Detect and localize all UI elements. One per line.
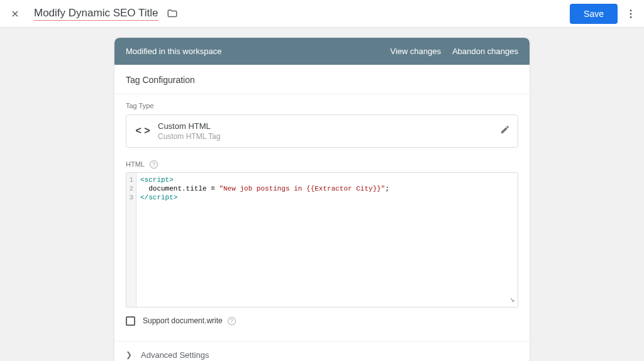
- tag-type-subtitle: Custom HTML Tag: [158, 132, 500, 141]
- svg-point-4: [630, 16, 632, 18]
- folder-icon[interactable]: [167, 8, 178, 19]
- abandon-changes-link[interactable]: Abandon changes: [452, 47, 518, 56]
- tag-type-label: Tag Type: [126, 102, 518, 109]
- svg-point-2: [630, 9, 632, 11]
- html-label: HTML: [126, 160, 145, 168]
- resize-handle-icon[interactable]: ↘: [510, 294, 515, 304]
- tag-type-selector[interactable]: < > Custom HTML Custom HTML Tag: [126, 114, 518, 148]
- support-docwrite-checkbox[interactable]: [126, 316, 135, 326]
- tag-type-name: Custom HTML: [158, 121, 500, 132]
- view-changes-link[interactable]: View changes: [390, 47, 441, 56]
- section-title: Tag Configuration: [114, 65, 530, 94]
- help-icon[interactable]: ?: [150, 160, 158, 169]
- advanced-settings-label: Advanced Settings: [141, 350, 209, 360]
- help-icon[interactable]: ?: [228, 317, 236, 325]
- edit-tag-type-button[interactable]: [500, 125, 510, 137]
- close-icon: [10, 9, 20, 19]
- close-button[interactable]: [8, 6, 23, 21]
- advanced-settings-toggle[interactable]: ❯ Advanced Settings: [114, 341, 530, 361]
- more-menu-button[interactable]: [625, 8, 636, 19]
- chevron-right-icon: ❯: [126, 350, 132, 359]
- support-docwrite-label: Support document.write: [143, 316, 223, 325]
- page-title[interactable]: Modify Dynamic SEO Title: [34, 7, 158, 21]
- code-text[interactable]: <script> document.title = "New job posti…: [136, 173, 518, 307]
- svg-point-3: [630, 13, 632, 14]
- code-icon: < >: [134, 125, 152, 136]
- workspace-banner: Modified in this workspace View changes …: [114, 38, 530, 65]
- more-vert-icon: [625, 8, 636, 19]
- save-button[interactable]: Save: [570, 4, 618, 24]
- tag-config-card: Modified in this workspace View changes …: [114, 38, 530, 361]
- line-gutter: 1 2 3: [126, 173, 136, 307]
- pencil-icon: [500, 125, 510, 135]
- header-bar: Modify Dynamic SEO Title Save: [0, 0, 644, 28]
- html-code-editor[interactable]: 1 2 3 <script> document.title = "New job…: [126, 172, 518, 308]
- banner-text: Modified in this workspace: [126, 47, 379, 56]
